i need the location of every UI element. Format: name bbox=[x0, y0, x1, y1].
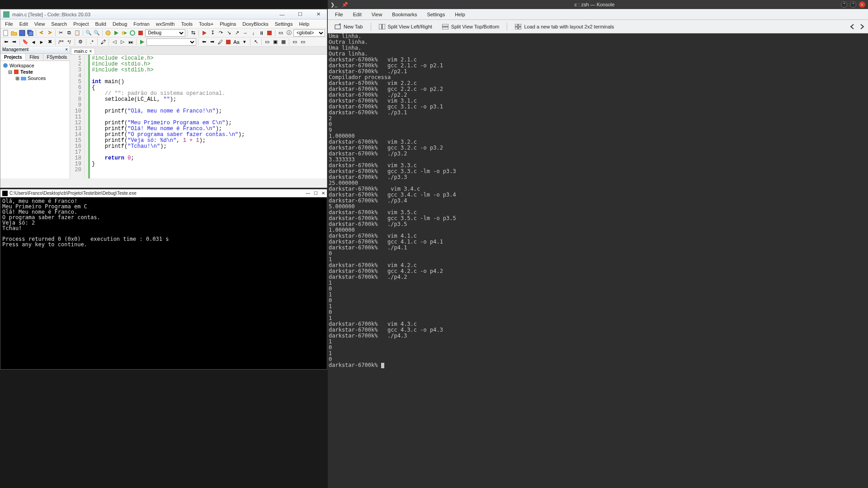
menu-tools+[interactable]: Tools+ bbox=[196, 20, 216, 28]
menu-search[interactable]: Search bbox=[48, 20, 70, 28]
step-out-icon[interactable]: ↗ bbox=[233, 29, 241, 37]
last-func-icon[interactable]: ⏭ bbox=[127, 38, 134, 46]
debug-windows-icon[interactable]: ▭ bbox=[277, 29, 284, 37]
menu-wxsmith[interactable]: wxSmith bbox=[153, 20, 178, 28]
menu-project[interactable]: Project bbox=[71, 20, 91, 28]
split-top-bottom-button[interactable]: Split View Top/Bottom bbox=[438, 22, 504, 31]
break-icon[interactable]: ⏸ bbox=[258, 29, 265, 37]
ptr-icon[interactable]: ↖ bbox=[252, 38, 259, 46]
autowrap-icon[interactable]: /** bbox=[57, 38, 65, 46]
box4-icon[interactable]: ▭ bbox=[291, 38, 298, 46]
toggle-source-header-icon[interactable]: ⇆ bbox=[189, 29, 197, 37]
build-icon[interactable] bbox=[104, 29, 112, 37]
step-into-instr-icon[interactable]: ↓ bbox=[250, 29, 257, 37]
menu-fortran[interactable]: Fortran bbox=[131, 20, 152, 28]
menu-build[interactable]: Build bbox=[92, 20, 108, 28]
panel-close-icon[interactable]: × bbox=[65, 47, 68, 53]
debug-run-icon[interactable] bbox=[201, 29, 208, 37]
split-left-right-button[interactable]: Split View Left/Right bbox=[375, 22, 436, 31]
new-file-icon[interactable] bbox=[2, 29, 9, 37]
menu-help[interactable]: Help bbox=[296, 20, 312, 28]
load-2x2-layout-button[interactable]: Load a new tab with layout 2x2 terminals bbox=[511, 22, 618, 31]
run-target-icon[interactable] bbox=[138, 38, 146, 46]
bookmark-toggle-icon[interactable]: 🔖 bbox=[22, 38, 29, 46]
copy-icon[interactable]: ⧉ bbox=[66, 29, 73, 37]
replace-icon[interactable]: 🔍 bbox=[93, 29, 100, 37]
bookmark-prev-icon[interactable]: ◄ bbox=[30, 38, 37, 46]
find-icon[interactable]: 🔍 bbox=[85, 29, 92, 37]
menu-settings[interactable]: Settings bbox=[272, 20, 296, 28]
abort-icon[interactable] bbox=[137, 29, 144, 37]
pin-icon[interactable]: 📌 bbox=[342, 2, 348, 8]
text-tool-icon[interactable]: Aa bbox=[233, 38, 240, 46]
redo-icon[interactable] bbox=[46, 29, 53, 37]
tree-folder[interactable]: ⊞ Sources bbox=[2, 75, 68, 81]
regex-toggle-icon[interactable]: .* bbox=[88, 38, 95, 46]
info-icon[interactable]: ⓘ bbox=[285, 29, 292, 37]
save-icon[interactable] bbox=[19, 29, 26, 37]
konsole-menu-bookmarks[interactable]: Bookmarks bbox=[387, 10, 421, 19]
highlighter-icon[interactable]: 🖊 bbox=[217, 38, 224, 46]
tree-workspace[interactable]: Workspace bbox=[2, 62, 68, 69]
konsole-menu-help[interactable]: Help bbox=[450, 10, 470, 19]
nav-forward-icon[interactable] bbox=[859, 23, 865, 30]
box2-icon[interactable]: ▣ bbox=[272, 38, 279, 46]
mgmt-tab-fsymbols[interactable]: FSymbols bbox=[43, 54, 71, 61]
prev-func-icon[interactable]: ◁ bbox=[111, 38, 118, 46]
bookmark-clear-icon[interactable]: ✖ bbox=[46, 38, 53, 46]
stop-debug-icon[interactable] bbox=[266, 29, 273, 37]
menu-doxyblocks[interactable]: DoxyBlocks bbox=[240, 20, 271, 28]
menu-edit[interactable]: Edit bbox=[17, 20, 31, 28]
bookmark-next-icon[interactable]: ► bbox=[38, 38, 45, 46]
box3-icon[interactable]: ▦ bbox=[280, 38, 287, 46]
highlight-icon[interactable]: 🖍 bbox=[99, 38, 107, 46]
cut-icon[interactable]: ✂ bbox=[57, 29, 65, 37]
undo-icon[interactable] bbox=[38, 29, 45, 37]
code-editor[interactable]: 1234567891011121314151617181920 #include… bbox=[70, 55, 327, 178]
console-close-button[interactable]: ✕ bbox=[321, 191, 325, 196]
mgmt-tab-projects[interactable]: Projects bbox=[0, 54, 26, 61]
menu-file[interactable]: File bbox=[2, 20, 16, 28]
save-all-icon[interactable] bbox=[27, 29, 34, 37]
open-icon[interactable] bbox=[10, 29, 18, 37]
run-to-cursor-icon[interactable]: ↧ bbox=[209, 29, 216, 37]
next-func-icon[interactable]: ▷ bbox=[119, 38, 126, 46]
diff-next-icon[interactable]: ➡ bbox=[208, 38, 216, 46]
expander-icon[interactable]: ⊞ bbox=[15, 75, 19, 81]
console-maximize-button[interactable]: ☐ bbox=[314, 191, 318, 196]
menu-debug[interactable]: Debug bbox=[110, 20, 130, 28]
konsole-minimize-button[interactable]: ˅ bbox=[841, 1, 847, 8]
rebuild-icon[interactable] bbox=[129, 29, 136, 37]
konsole-titlebar[interactable]: ❯_ 📌 c : zsh — Konsole ˅ ˄ × bbox=[328, 0, 868, 9]
dropdown-icon[interactable]: ▾ bbox=[241, 38, 248, 46]
console-minimize-button[interactable]: — bbox=[306, 191, 310, 196]
terminal-output[interactable]: Uma linha. Outra linha. Uma linha. Outra… bbox=[328, 33, 868, 488]
tab-close-icon[interactable]: × bbox=[89, 49, 92, 54]
next-instr-icon[interactable]: → bbox=[241, 29, 249, 37]
maximize-button[interactable]: ☐ bbox=[294, 11, 306, 18]
next-line-icon[interactable]: ↷ bbox=[217, 29, 224, 37]
box1-icon[interactable]: ▭ bbox=[264, 38, 271, 46]
minimize-button[interactable]: — bbox=[276, 11, 288, 18]
paste-icon[interactable]: 📋 bbox=[74, 29, 81, 37]
konsole-maximize-button[interactable]: ˄ bbox=[850, 1, 856, 8]
konsole-menu-view[interactable]: View bbox=[367, 10, 387, 19]
mgmt-tab-files[interactable]: Files bbox=[26, 54, 43, 61]
new-tab-button[interactable]: New Tab bbox=[330, 22, 367, 32]
nav-back-icon[interactable] bbox=[849, 23, 855, 30]
step-into-icon[interactable]: ↘ bbox=[225, 29, 232, 37]
konsole-menu-settings[interactable]: Settings bbox=[422, 10, 449, 19]
scope-select[interactable]: <global> bbox=[293, 29, 325, 37]
menu-tools[interactable]: Tools bbox=[178, 20, 195, 28]
compiler-select[interactable] bbox=[146, 38, 196, 46]
linecomment-icon[interactable]: */ bbox=[66, 38, 73, 46]
close-button[interactable]: ✕ bbox=[312, 11, 324, 18]
build-and-run-icon[interactable] bbox=[121, 29, 128, 37]
tree-project[interactable]: ⊟ Teste bbox=[2, 69, 68, 75]
code-text[interactable]: #include <locale.h>#include <stdio.h>#in… bbox=[88, 55, 246, 178]
forward-icon[interactable]: ➡ bbox=[10, 38, 18, 46]
run-icon[interactable] bbox=[113, 29, 120, 37]
konsole-menu-file[interactable]: File bbox=[330, 10, 348, 19]
project-tree[interactable]: Workspace ⊟ Teste ⊞ Sources bbox=[0, 61, 70, 83]
codeblocks-titlebar[interactable]: main.c [Teste] - Code::Blocks 20.03 — ☐ … bbox=[0, 9, 327, 19]
